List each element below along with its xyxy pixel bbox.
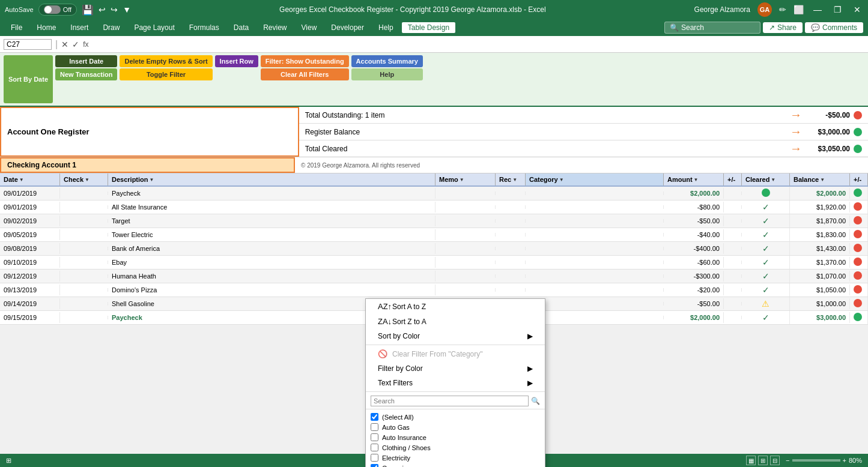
filter-show-outstanding-button[interactable]: Filter: Show Outstanding — [261, 55, 349, 67]
th-memo[interactable]: Memo ▼ — [436, 173, 496, 185]
help-button[interactable]: Help — [351, 68, 423, 80]
td-plus — [724, 274, 742, 278]
toggle-filter-button[interactable]: Toggle Filter — [120, 68, 212, 80]
sort-by-date-button[interactable]: Sort By Date — [4, 55, 53, 103]
maximize-button[interactable]: ❐ — [831, 5, 844, 14]
delete-empty-button[interactable]: Delete Empty Rows & Sort — [120, 55, 212, 67]
table-row[interactable]: 09/02/2019 Target -$50.00 ✓ $1,870.00 — [0, 214, 868, 228]
menu-data[interactable]: Data — [228, 22, 255, 33]
th-rec[interactable]: Rec ▼ — [496, 173, 526, 185]
menu-review[interactable]: Review — [257, 22, 293, 33]
customize-icon[interactable]: ▼ — [123, 5, 131, 14]
function-icon[interactable]: fx — [83, 40, 88, 49]
minimize-button[interactable]: — — [811, 5, 824, 14]
window-title: Georges Excel Checkbook Register - Copyr… — [279, 5, 546, 14]
menu-help[interactable]: Help — [372, 22, 399, 33]
new-transaction-button[interactable]: New Transaction — [55, 68, 117, 80]
th-balance[interactable]: Balance ▼ — [790, 173, 850, 185]
th-check[interactable]: Check ▼ — [60, 173, 108, 185]
table-row[interactable]: 09/10/2019 Ebay -$60.00 ✓ $1,370.00 — [0, 256, 868, 270]
th-cleared[interactable]: Cleared ▼ — [742, 173, 790, 185]
th-description[interactable]: Description ▼ — [108, 173, 436, 185]
normal-view-icon[interactable]: ▦ — [746, 456, 756, 465]
table-row[interactable]: 09/01/2019 Paycheck $2,000.00 $2,000.00 — [0, 187, 868, 200]
undo-icon[interactable]: ↩ — [99, 5, 106, 14]
menu-draw[interactable]: Draw — [97, 22, 126, 33]
table-row[interactable]: 09/01/2019 All State Insurance -$80.00 ✓… — [0, 200, 868, 214]
comments-button[interactable]: 💬 Comments — [805, 22, 863, 33]
th-plus2[interactable]: +/- — [850, 173, 868, 185]
data-area[interactable]: Date ▼ Check ▼ Description ▼ Memo ▼ Rec … — [0, 173, 868, 467]
table-row[interactable]: 09/13/2019 Domino's Pizza -$20.00 ✓ $1,0… — [0, 283, 868, 297]
th-amount[interactable]: Amount ▼ — [664, 173, 724, 185]
filter-by-color-item[interactable]: Filter by Color ▶ — [366, 361, 545, 376]
avatar[interactable]: GA — [757, 2, 772, 17]
text-filters-item[interactable]: Text Filters ▶ — [366, 376, 545, 390]
select-all-checkbox[interactable] — [371, 413, 378, 421]
filter-item-electricity[interactable]: Electricity — [371, 453, 540, 463]
close-button[interactable]: ✕ — [851, 5, 863, 14]
zoom-control[interactable]: − + 80% — [786, 457, 862, 464]
menu-bar: File Home Insert Draw Page Layout Formul… — [0, 19, 868, 36]
outstanding-value: -$50.00 — [802, 111, 850, 119]
menu-view[interactable]: View — [296, 22, 323, 33]
menu-table-design[interactable]: Table Design — [402, 22, 455, 33]
auto-insurance-checkbox[interactable] — [371, 433, 378, 441]
formula-input[interactable] — [93, 40, 865, 49]
th-date[interactable]: Date ▼ — [0, 173, 60, 185]
td-cat — [526, 274, 664, 278]
copyright-cell: © 2019 George Alzamora. All rights reser… — [295, 157, 868, 173]
th-category[interactable]: Category ▼ — [526, 173, 664, 185]
menu-developer[interactable]: Developer — [325, 22, 370, 33]
clothing-shoes-checkbox[interactable] — [371, 444, 378, 451]
save-icon[interactable]: 💾 — [82, 4, 94, 16]
total-cleared-value: $3,050.00 — [802, 145, 850, 153]
electricity-checkbox[interactable] — [371, 454, 378, 462]
cell-reference-input[interactable] — [4, 39, 52, 50]
autosave-toggle[interactable]: Off — [38, 4, 77, 16]
menu-formulas[interactable]: Formulas — [183, 22, 225, 33]
filter-item-auto-gas[interactable]: Auto Gas — [371, 422, 540, 432]
formula-confirm-icon[interactable]: ✓ — [72, 40, 79, 49]
td-plus2 — [850, 200, 868, 214]
filter-item-groceries[interactable]: Groceries — [371, 463, 540, 467]
table-row[interactable]: 09/12/2019 Humana Heath -$300.00 ✓ $1,07… — [0, 270, 868, 283]
sort-a-z-item[interactable]: AZ↑ Sort A to Z — [366, 299, 545, 314]
menu-home[interactable]: Home — [31, 22, 62, 33]
formula-cancel-icon[interactable]: ✕ — [61, 40, 68, 49]
menu-insert[interactable]: Insert — [64, 22, 94, 33]
filter-item-clothing-shoes[interactable]: Clothing / Shoes — [371, 442, 540, 453]
td-plus — [724, 233, 742, 237]
outstanding-label: Total Outstanding: 1 item — [305, 111, 790, 119]
auto-gas-checkbox[interactable] — [371, 423, 378, 431]
sort-z-a-item[interactable]: ZA↓ Sort Z to A — [366, 314, 545, 329]
menu-page-layout[interactable]: Page Layout — [128, 22, 180, 33]
restore-icon[interactable]: ⬜ — [794, 5, 804, 14]
page-break-icon[interactable]: ⊟ — [770, 456, 780, 465]
insert-row-button[interactable]: Insert Row — [215, 55, 258, 67]
edit-icon[interactable]: ✏ — [779, 5, 786, 14]
td-date: 09/02/2019 — [0, 215, 60, 226]
groceries-checkbox[interactable] — [371, 464, 378, 467]
td-date: 09/10/2019 — [0, 257, 60, 268]
search-box[interactable]: 🔍 Search — [664, 22, 760, 34]
menu-file[interactable]: File — [5, 22, 28, 33]
zoom-out-icon[interactable]: − — [786, 457, 789, 464]
sort-by-color-item[interactable]: Sort by Color ▶ — [366, 329, 545, 343]
table-row[interactable]: 09/05/2019 Tower Electric -$40.00 ✓ $1,8… — [0, 228, 868, 242]
page-layout-icon[interactable]: ⊞ — [758, 456, 768, 465]
insert-date-button[interactable]: Insert Date — [55, 55, 117, 67]
cleared-filter-arrow-icon: ▼ — [771, 177, 775, 182]
zoom-in-icon[interactable]: + — [843, 457, 846, 464]
clear-filter-item[interactable]: 🚫 Clear Filter From "Category" — [366, 346, 545, 361]
filter-item-auto-insurance[interactable]: Auto Insurance — [371, 432, 540, 442]
zoom-slider[interactable] — [792, 459, 840, 462]
accounts-summary-button[interactable]: Accounts Summary — [351, 55, 423, 67]
select-all-item[interactable]: (Select All) — [371, 412, 540, 422]
th-plus1[interactable]: +/- — [724, 173, 742, 185]
filter-search-input[interactable] — [371, 396, 529, 406]
table-row[interactable]: 09/08/2019 Bank of America -$400.00 ✓ $1… — [0, 242, 868, 256]
share-button[interactable]: ↗ Share — [763, 22, 803, 33]
redo-icon[interactable]: ↪ — [111, 5, 118, 14]
clear-all-filters-button[interactable]: Clear All Filters — [261, 68, 349, 80]
